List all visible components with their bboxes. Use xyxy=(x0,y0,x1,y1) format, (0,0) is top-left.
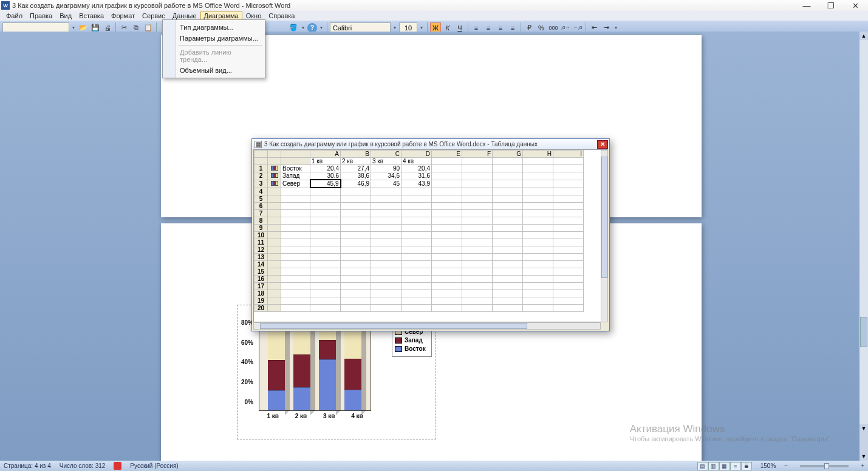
x-label-4: 4 кв xyxy=(351,413,363,419)
datasheet-close-button[interactable]: ✕ xyxy=(597,140,608,149)
legend-label-zapad: Запад xyxy=(405,337,423,344)
menu-item-chart-type[interactable]: Тип диаграммы... xyxy=(163,22,265,33)
status-bar: Страница: 4 из 4 Число слов: 312 Русский… xyxy=(0,461,868,471)
menu-file[interactable]: Файл xyxy=(2,12,26,20)
watermark-subtitle: Чтобы активировать Windows, перейдите в … xyxy=(630,435,832,442)
menu-item-3d-view[interactable]: Объемный вид... xyxy=(163,65,265,76)
scroll-down-icon[interactable]: ▼ xyxy=(859,424,868,433)
zoom-slider[interactable] xyxy=(800,465,849,467)
datasheet-window[interactable]: ▦ 3 Как создать диаграмму или график в к… xyxy=(251,138,610,331)
proofing-icon[interactable] xyxy=(114,462,121,470)
next-page-icon[interactable]: ▼ xyxy=(859,452,868,461)
close-button[interactable]: ✕ xyxy=(849,1,862,10)
x-label-1: 1 кв xyxy=(267,413,279,419)
app-icon: W xyxy=(1,1,10,10)
window-title: 3 Как создать диаграмму или график в кур… xyxy=(12,2,290,9)
menu-insert[interactable]: Вставка xyxy=(75,12,108,20)
datasheet-title: 3 Как создать диаграмму или график в кур… xyxy=(264,141,538,147)
y-tick-20: 20% xyxy=(241,379,253,385)
legend-swatch-zapad xyxy=(395,337,402,344)
minimize-button[interactable]: — xyxy=(800,1,813,10)
view-draft-icon[interactable]: ≣ xyxy=(741,462,752,470)
scroll-thumb[interactable] xyxy=(860,317,867,347)
x-axis-labels: 1 кв 2 кв 3 кв 4 кв xyxy=(259,413,371,419)
menu-bar: Файл Правка Вид Вставка Формат Сервис Да… xyxy=(0,11,868,21)
menu-data[interactable]: Данные xyxy=(169,12,200,20)
datasheet-vscrollbar[interactable] xyxy=(601,150,608,322)
y-tick-40: 40% xyxy=(241,359,253,365)
legend-label-vostok: Восток xyxy=(405,345,426,352)
vscroll-thumb[interactable] xyxy=(601,157,607,278)
vertical-scrollbar[interactable]: ▲ ▼ ▼ xyxy=(859,32,868,461)
title-bar: W 3 Как создать диаграмму или график в к… xyxy=(0,0,868,11)
datasheet-icon: ▦ xyxy=(255,141,262,148)
document-area: 0% 20% 40% 60% 80% 1 кв 2 кв 3 кв 4 кв С… xyxy=(0,32,868,461)
scroll-up-icon[interactable]: ▲ xyxy=(859,32,868,40)
y-tick-60: 60% xyxy=(241,339,253,345)
datasheet-hscrollbar[interactable] xyxy=(253,322,601,330)
status-page[interactable]: Страница: 4 из 4 xyxy=(4,463,51,469)
hscroll-thumb[interactable] xyxy=(260,323,527,329)
view-buttons: ▤ ▥ ▦ ≡ ≣ xyxy=(697,462,752,470)
view-reading-icon[interactable]: ▥ xyxy=(708,462,719,470)
status-language[interactable]: Русский (Россия) xyxy=(130,463,178,469)
zoom-level[interactable]: 150% xyxy=(760,463,776,469)
chart-menu-dropdown: Тип диаграммы... Параметры диаграммы... … xyxy=(162,19,265,78)
view-print-layout-icon[interactable]: ▤ xyxy=(697,462,708,470)
datasheet-grid[interactable]: ABCDEFGHI1 кв2 кв3 кв4 кв1Восток20,427,4… xyxy=(253,149,608,322)
view-web-icon[interactable]: ▦ xyxy=(719,462,730,470)
menu-divider xyxy=(179,45,262,46)
zoom-out-button[interactable]: − xyxy=(784,463,788,469)
menu-help[interactable]: Справка xyxy=(265,12,298,20)
status-word-count[interactable]: Число слов: 312 xyxy=(60,463,106,469)
x-label-3: 3 кв xyxy=(323,413,335,419)
menu-window[interactable]: Окно xyxy=(242,12,265,20)
menu-format[interactable]: Формат xyxy=(108,12,138,20)
zoom-slider-knob[interactable] xyxy=(824,463,829,469)
menu-tools[interactable]: Сервис xyxy=(138,12,169,20)
menu-edit[interactable]: Правка xyxy=(26,12,56,20)
activation-watermark: Активация Windows Чтобы активировать Win… xyxy=(630,423,832,442)
legend-swatch-vostok xyxy=(395,346,402,352)
menu-item-add-trendline: Добавить линию тренда... xyxy=(163,47,265,65)
menu-view[interactable]: Вид xyxy=(56,12,75,20)
watermark-title: Активация Windows xyxy=(630,423,832,435)
y-tick-0: 0% xyxy=(245,399,253,405)
datasheet-titlebar[interactable]: ▦ 3 Как создать диаграмму или график в к… xyxy=(252,139,609,149)
x-label-2: 2 кв xyxy=(295,413,307,419)
maximize-button[interactable]: ❐ xyxy=(824,1,838,10)
view-outline-icon[interactable]: ≡ xyxy=(730,462,741,470)
zoom-in-button[interactable]: + xyxy=(861,463,864,469)
menu-item-chart-options[interactable]: Параметры диаграммы... xyxy=(163,33,265,44)
menu-chart[interactable]: Диаграмма xyxy=(200,12,242,20)
browse-object-controls[interactable] xyxy=(859,433,868,452)
